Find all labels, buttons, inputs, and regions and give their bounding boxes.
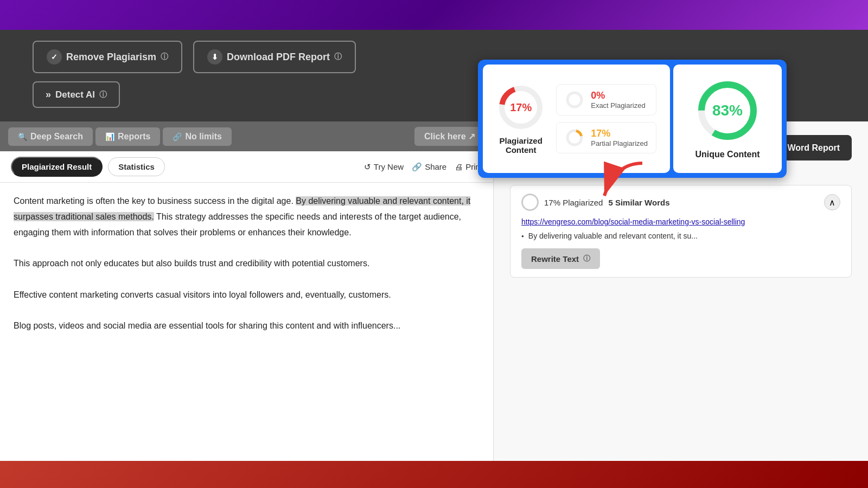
info-icon-pdf: ⓘ	[334, 52, 342, 62]
link-icon: 🔗	[173, 132, 182, 141]
plagiarized-result-tab[interactable]: Plagiarized Result	[11, 157, 103, 177]
left-panel: 🔍 Deep Search 📊 Reports 🔗 No limits Clic…	[0, 121, 494, 485]
try-new-button[interactable]: ↺ Try New	[364, 162, 404, 172]
info-icon-ai: ⓘ	[99, 90, 107, 100]
remove-plagiarism-button[interactable]: ✓ Remove Plagiarism ⓘ	[33, 41, 182, 73]
plagiarism-result-card: 17% Plagiarized 5 Similar Words ∧ https:…	[510, 185, 852, 278]
reports-tab[interactable]: 📊 Reports	[95, 127, 160, 146]
unique-content-card: 83% Unique Content	[673, 65, 782, 173]
bullet-icon: ●	[521, 234, 524, 239]
print-icon: 🖨	[455, 162, 463, 171]
paragraph-2: This approach not only educates but also…	[14, 256, 480, 272]
detect-ai-button[interactable]: » Detect AI ⓘ	[33, 81, 120, 108]
partial-donut	[565, 128, 584, 147]
plagiarism-info: 17% Plagiarized 5 Similar Words	[521, 194, 670, 211]
plagiarized-content-label: Plagiarized Content	[500, 136, 542, 155]
plagiarized-content-card: 17% Plagiarized Content 0% Exact Plag	[483, 65, 670, 173]
result-tabs-bar: Plagiarized Result Statistics ↺ Try New …	[0, 151, 493, 183]
click-here-tab[interactable]: Click here ↗	[414, 127, 485, 146]
refresh-icon: ↺	[364, 162, 371, 172]
plagiarism-circle	[521, 194, 539, 211]
svg-point-2	[567, 93, 582, 107]
chart-icon: 📊	[105, 132, 114, 141]
tabs-bar: 🔍 Deep Search 📊 Reports 🔗 No limits Clic…	[0, 121, 493, 151]
plagiarized-donut: 17%	[496, 83, 545, 132]
rewrite-text-button[interactable]: Rewrite Text ⓘ	[521, 248, 600, 269]
highlighted-text-1: By delivering valuable and relevant cont…	[14, 196, 470, 221]
unique-donut: 83%	[695, 78, 760, 143]
paragraph-3: Effective content marketing converts cas…	[14, 287, 480, 303]
exact-info: 0% Exact Plagiarized	[591, 90, 645, 110]
download-pdf-button[interactable]: ⬇ Download PDF Report ⓘ	[193, 41, 356, 73]
source-url[interactable]: https://vengreso.com/blog/social-media-m…	[521, 217, 840, 226]
collapse-button[interactable]: ∧	[824, 194, 840, 210]
unique-content-label: Unique Content	[695, 150, 760, 159]
stats-popup: 17% Plagiarized Content 0% Exact Plag	[478, 60, 787, 178]
paragraph-1: Content marketing is often the key to bu…	[14, 194, 480, 240]
info-icon: ⓘ	[161, 52, 168, 62]
paragraph-4: Blog posts, videos and social media are …	[14, 318, 480, 334]
exact-donut	[565, 90, 584, 110]
text-content-area: Content marketing is often the key to bu…	[0, 183, 493, 345]
toolbar-row-2: » Detect AI ⓘ	[33, 81, 120, 108]
plagiarized-percent-text: 17%	[510, 101, 532, 114]
match-text: ● By delivering valuable and relevant co…	[521, 232, 840, 240]
statistics-tab[interactable]: Statistics	[108, 157, 165, 176]
check-icon: ✓	[47, 49, 62, 65]
no-limits-tab[interactable]: 🔗 No limits	[163, 127, 232, 146]
partial-plagiarized-row: 17% Partial Plagiarized	[556, 122, 656, 153]
bottom-gradient-bar	[0, 461, 868, 488]
download-icon: ⬇	[207, 49, 222, 65]
result-actions: ↺ Try New 🔗 Share 🖨 Print	[364, 162, 482, 172]
stat-details: 0% Exact Plagiarized 17% Partial Plagiar…	[556, 84, 656, 153]
double-arrow-icon: »	[46, 89, 51, 100]
toolbar-row-1: ✓ Remove Plagiarism ⓘ ⬇ Download PDF Rep…	[33, 41, 356, 73]
exact-plagiarized-row: 0% Exact Plagiarized	[556, 84, 656, 115]
toolbar-area: ✓ Remove Plagiarism ⓘ ⬇ Download PDF Rep…	[0, 30, 868, 121]
rewrite-info-icon: ⓘ	[583, 254, 590, 264]
share-button[interactable]: 🔗 Share	[412, 162, 446, 172]
share-icon: 🔗	[412, 162, 422, 172]
partial-info: 17% Partial Plagiarized	[591, 128, 648, 147]
top-gradient-bar	[0, 0, 868, 30]
search-icon: 🔍	[18, 132, 27, 141]
unique-percent-text: 83%	[712, 102, 743, 119]
plagiarism-card-header: 17% Plagiarized 5 Similar Words ∧	[521, 194, 840, 211]
deep-search-tab[interactable]: 🔍 Deep Search	[8, 127, 93, 146]
